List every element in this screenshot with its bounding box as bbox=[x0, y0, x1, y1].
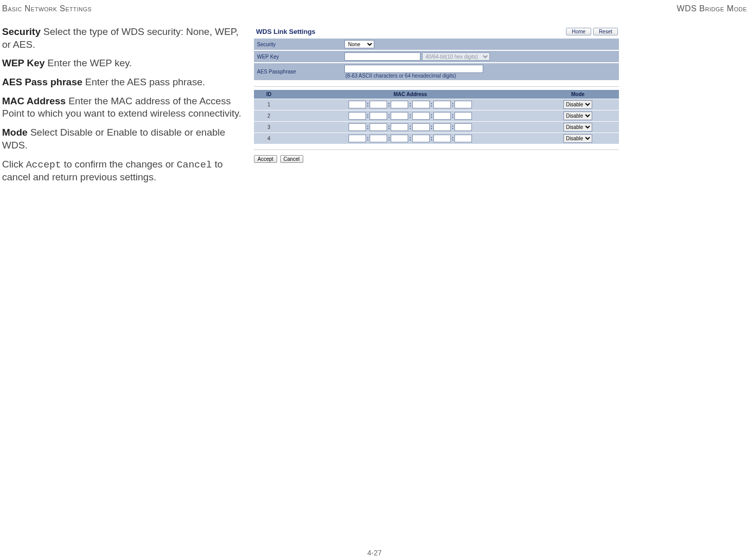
mode-cell: Disable bbox=[537, 99, 619, 110]
colon-separator: : bbox=[387, 113, 391, 119]
term-aes: AES Pass phrase bbox=[2, 77, 82, 87]
accept-mono: Accept bbox=[26, 159, 61, 171]
aes-label: AES Passphrase bbox=[254, 63, 341, 81]
mac-octet-input[interactable] bbox=[370, 135, 387, 142]
mode-select[interactable]: Disable bbox=[563, 111, 592, 120]
divider-2 bbox=[254, 150, 619, 150]
mac-octet-input[interactable] bbox=[349, 101, 366, 108]
colon-separator: : bbox=[430, 113, 433, 119]
mode-cell: Disable bbox=[537, 110, 619, 122]
colon-separator: : bbox=[408, 136, 412, 141]
mac-octet-input[interactable] bbox=[370, 123, 387, 131]
content-area: Security Select the type of WDS security… bbox=[0, 13, 749, 190]
colon-separator: : bbox=[408, 113, 412, 119]
mode-cell: Disable bbox=[537, 133, 619, 144]
desc-aes: AES Pass phrase Enter the AES pass phras… bbox=[2, 76, 246, 89]
colon-separator: : bbox=[451, 113, 454, 119]
mac-octet-input[interactable] bbox=[349, 123, 366, 131]
mac-octet-input[interactable] bbox=[412, 135, 430, 142]
row-id: 1 bbox=[254, 99, 284, 110]
mac-octet-input[interactable] bbox=[433, 123, 451, 131]
mac-octet-input[interactable] bbox=[391, 112, 408, 120]
header-left: Basic Network Settings bbox=[2, 4, 92, 13]
mac-octet-input[interactable] bbox=[391, 101, 408, 108]
mac-octet-input[interactable] bbox=[349, 112, 366, 120]
security-cell: None bbox=[341, 39, 619, 50]
mac-cell: ::::: bbox=[284, 99, 537, 110]
colon-separator: : bbox=[387, 124, 391, 130]
cancel-button[interactable]: Cancel bbox=[280, 155, 303, 163]
mac-octet-input[interactable] bbox=[433, 112, 451, 120]
mode-select[interactable]: Disable bbox=[563, 100, 592, 109]
page-header: Basic Network Settings WDS Bridge Mode bbox=[0, 0, 749, 13]
mac-address-table: ID MAC Address Mode 1:::::Disable2:::::D… bbox=[254, 90, 619, 144]
header-right: WDS Bridge Mode bbox=[677, 4, 747, 13]
mode-select[interactable]: Disable bbox=[563, 123, 592, 132]
colon-separator: : bbox=[430, 102, 433, 107]
click-a: Click bbox=[2, 159, 26, 170]
colon-separator: : bbox=[451, 102, 454, 107]
mac-octet-input[interactable] bbox=[391, 123, 408, 131]
panel-title: WDS Link Settings bbox=[256, 28, 316, 35]
mac-octet-input[interactable] bbox=[454, 135, 472, 142]
table-row: 4:::::Disable bbox=[254, 133, 619, 144]
col-id: ID bbox=[254, 90, 284, 99]
mac-octet-input[interactable] bbox=[412, 112, 430, 120]
click-b: to confirm the changes or bbox=[61, 159, 177, 170]
table-row: 2:::::Disable bbox=[254, 110, 619, 122]
aes-cell: (8-63 ASCII characters or 64 hexadecimal… bbox=[341, 63, 619, 81]
cancel-mono: Cancel bbox=[177, 159, 212, 171]
mode-select[interactable]: Disable bbox=[563, 134, 592, 143]
settings-panel: WDS Link Settings Home Reset Security No… bbox=[254, 26, 619, 190]
text-mode: Select Disable or Enable to disable or e… bbox=[2, 127, 225, 151]
colon-separator: : bbox=[366, 124, 370, 130]
accept-button[interactable]: Accept bbox=[254, 155, 277, 163]
aes-passphrase-input[interactable] bbox=[344, 65, 483, 73]
term-mac: MAC Address bbox=[2, 96, 66, 106]
mac-octet-input[interactable] bbox=[433, 101, 451, 108]
colon-separator: : bbox=[430, 124, 433, 130]
mac-octet-input[interactable] bbox=[349, 135, 366, 142]
desc-mode: Mode Select Disable or Enable to disable… bbox=[2, 126, 246, 152]
colon-separator: : bbox=[408, 124, 412, 130]
mac-octet-input[interactable] bbox=[370, 112, 387, 120]
mac-octet-input[interactable] bbox=[454, 123, 472, 131]
mac-cell: ::::: bbox=[284, 110, 537, 122]
mac-octet-input[interactable] bbox=[391, 135, 408, 142]
desc-mac: MAC Address Enter the MAC address of the… bbox=[2, 95, 246, 120]
mac-octet-input[interactable] bbox=[412, 123, 430, 131]
mac-octet-input[interactable] bbox=[412, 101, 430, 108]
colon-separator: : bbox=[451, 136, 454, 141]
table-row: 3:::::Disable bbox=[254, 122, 619, 133]
mode-cell: Disable bbox=[537, 122, 619, 133]
panel-title-row: WDS Link Settings Home Reset bbox=[254, 26, 619, 39]
desc-wep: WEP Key Enter the WEP key. bbox=[2, 57, 246, 70]
mac-cell: ::::: bbox=[284, 133, 537, 144]
term-mode: Mode bbox=[2, 127, 28, 138]
mac-octet-input[interactable] bbox=[454, 112, 472, 120]
wep-bits-select: 40/64-bit(10 hex digits) bbox=[422, 52, 490, 61]
col-mac: MAC Address bbox=[284, 90, 537, 99]
reset-button[interactable]: Reset bbox=[593, 28, 618, 35]
wep-label: WEP Key bbox=[254, 50, 341, 63]
desc-click: Click Accept to confirm the changes or C… bbox=[2, 158, 246, 184]
wep-key-input[interactable] bbox=[344, 52, 421, 61]
table-row: 1:::::Disable bbox=[254, 99, 619, 110]
colon-separator: : bbox=[387, 102, 391, 107]
mac-cell: ::::: bbox=[284, 122, 537, 133]
home-button[interactable]: Home bbox=[566, 28, 591, 35]
colon-separator: : bbox=[451, 124, 454, 130]
row-id: 4 bbox=[254, 133, 284, 144]
text-aes: Enter the AES pass phrase. bbox=[82, 77, 205, 87]
colon-separator: : bbox=[408, 102, 412, 107]
mac-octet-input[interactable] bbox=[433, 135, 451, 142]
colon-separator: : bbox=[366, 102, 370, 107]
colon-separator: : bbox=[366, 113, 370, 119]
description-column: Security Select the type of WDS security… bbox=[2, 26, 254, 190]
security-select[interactable]: None bbox=[344, 40, 374, 48]
colon-separator: : bbox=[430, 136, 433, 141]
colon-separator: : bbox=[366, 136, 370, 141]
col-mode: Mode bbox=[537, 90, 619, 99]
mac-octet-input[interactable] bbox=[454, 101, 472, 108]
mac-octet-input[interactable] bbox=[370, 101, 387, 108]
